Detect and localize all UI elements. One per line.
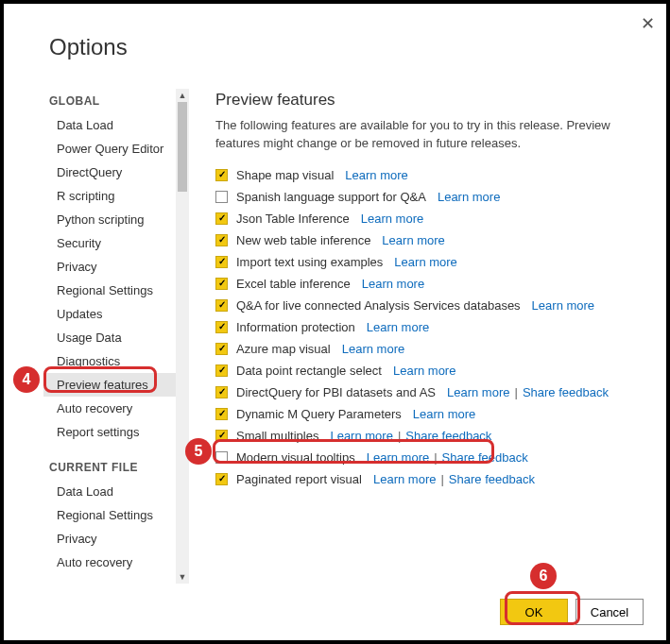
sidebar-item-python-scripting[interactable]: Python scripting [43, 208, 176, 231]
feature-label: Shape map visual [236, 168, 334, 182]
feature-row: ✓Azure map visualLearn more [215, 338, 644, 360]
feature-row: Modern visual tooltipsLearn more|Share f… [215, 447, 644, 468]
panel-description: The following features are available for… [215, 117, 612, 153]
sidebar-item-preview-features[interactable]: Preview features [43, 373, 176, 397]
sidebar-section-global: GLOBAL [49, 94, 176, 108]
feature-checkbox[interactable]: ✓ [215, 299, 228, 312]
sidebar-item-regional-settings[interactable]: Regional Settings [43, 279, 176, 302]
share-feedback-link[interactable]: Share feedback [405, 429, 491, 443]
sidebar-item-security[interactable]: Security [43, 231, 176, 255]
feature-row: ✓Small multiplesLearn more|Share feedbac… [215, 425, 644, 447]
learn-more-link[interactable]: Learn more [393, 364, 455, 378]
feature-checkbox[interactable]: ✓ [215, 430, 228, 442]
feature-label: Dynamic M Query Parameters [236, 407, 402, 421]
sidebar-item-cf-auto-recovery[interactable]: Auto recovery [43, 551, 176, 574]
feature-label: New web table inference [236, 233, 370, 247]
learn-more-link[interactable]: Learn more [447, 385, 509, 399]
feature-row: ✓Information protectionLearn more [215, 316, 644, 338]
learn-more-link[interactable]: Learn more [367, 320, 429, 334]
feature-row: ✓New web table inferenceLearn more [215, 229, 644, 251]
feature-label: Small multiples [236, 429, 318, 443]
feature-row: ✓Paginated report visualLearn more|Share… [215, 468, 644, 490]
sidebar-item-diagnostics[interactable]: Diagnostics [43, 349, 176, 373]
learn-more-link[interactable]: Learn more [382, 233, 444, 247]
feature-checkbox[interactable] [215, 451, 228, 464]
panel-title: Preview features [215, 91, 644, 110]
dialog-title: Options [49, 34, 128, 60]
feature-row: ✓Data point rectangle selectLearn more [215, 360, 644, 381]
feature-checkbox[interactable] [215, 191, 228, 203]
sidebar-item-directquery[interactable]: DirectQuery [43, 161, 176, 184]
link-separator: | [434, 450, 437, 465]
learn-more-link[interactable]: Learn more [367, 450, 429, 465]
learn-more-link[interactable]: Learn more [362, 277, 424, 291]
scroll-up-icon[interactable]: ▲ [176, 89, 189, 102]
feature-checkbox[interactable]: ✓ [215, 278, 228, 290]
share-feedback-link[interactable]: Share feedback [523, 385, 609, 399]
sidebar-scrollbar[interactable]: ▲ ▼ [176, 89, 189, 584]
learn-more-link[interactable]: Learn more [413, 407, 475, 421]
sidebar-section-current-file: CURRENT FILE [49, 461, 176, 474]
learn-more-link[interactable]: Learn more [373, 472, 436, 486]
feature-row: Spanish language support for Q&ALearn mo… [215, 186, 644, 208]
feature-checkbox[interactable]: ✓ [215, 343, 228, 355]
close-icon[interactable]: ✕ [641, 13, 655, 34]
sidebar: GLOBAL Data Load Power Query Editor Dire… [43, 89, 176, 584]
feature-checkbox[interactable]: ✓ [215, 321, 228, 333]
options-dialog: ✕ Options GLOBAL Data Load Power Query E… [4, 4, 666, 640]
learn-more-link[interactable]: Learn more [342, 342, 404, 356]
feature-label: Modern visual tooltips [236, 450, 355, 465]
learn-more-link[interactable]: Learn more [345, 168, 407, 182]
feature-list: ✓Shape map visualLearn moreSpanish langu… [215, 164, 644, 490]
feature-label: Spanish language support for Q&A [236, 190, 426, 204]
sidebar-item-updates[interactable]: Updates [43, 302, 176, 326]
share-feedback-link[interactable]: Share feedback [449, 472, 535, 486]
feature-label: Excel table inference [236, 277, 351, 291]
share-feedback-link[interactable]: Share feedback [442, 450, 528, 465]
sidebar-item-r-scripting[interactable]: R scripting [43, 184, 176, 208]
sidebar-item-cf-data-load[interactable]: Data Load [43, 480, 176, 503]
ok-button[interactable]: OK [500, 599, 568, 625]
feature-label: Import text using examples [236, 255, 383, 269]
main-panel: Preview features The following features … [189, 89, 644, 584]
feature-checkbox[interactable]: ✓ [215, 408, 228, 420]
feature-row: ✓Json Table InferenceLearn more [215, 208, 644, 229]
sidebar-item-report-settings[interactable]: Report settings [43, 420, 176, 444]
sidebar-item-privacy[interactable]: Privacy [43, 255, 176, 279]
feature-row: ✓Excel table inferenceLearn more [215, 273, 644, 295]
learn-more-link[interactable]: Learn more [438, 190, 500, 204]
sidebar-item-auto-recovery[interactable]: Auto recovery [43, 397, 176, 420]
sidebar-item-usage-data[interactable]: Usage Data [43, 326, 176, 349]
link-separator: | [440, 472, 443, 486]
feature-label: Json Table Inference [236, 212, 350, 226]
feature-label: DirectQuery for PBI datasets and AS [236, 385, 436, 399]
learn-more-link[interactable]: Learn more [394, 255, 456, 269]
feature-checkbox[interactable]: ✓ [215, 473, 228, 485]
scrollbar-thumb[interactable] [178, 102, 187, 192]
feature-row: ✓DirectQuery for PBI datasets and ASLear… [215, 381, 644, 403]
link-separator: | [514, 385, 517, 399]
sidebar-item-power-query-editor[interactable]: Power Query Editor [43, 137, 176, 161]
feature-row: ✓Dynamic M Query ParametersLearn more [215, 403, 644, 425]
feature-label: Q&A for live connected Analysis Services… [236, 298, 521, 313]
sidebar-item-cf-privacy[interactable]: Privacy [43, 527, 176, 551]
learn-more-link[interactable]: Learn more [361, 212, 423, 226]
feature-label: Azure map visual [236, 342, 331, 356]
feature-checkbox[interactable]: ✓ [215, 256, 228, 268]
feature-checkbox[interactable]: ✓ [215, 364, 228, 377]
feature-label: Paginated report visual [236, 472, 362, 486]
feature-checkbox[interactable]: ✓ [215, 386, 228, 398]
feature-row: ✓Import text using examplesLearn more [215, 251, 644, 273]
sidebar-item-data-load[interactable]: Data Load [43, 113, 176, 137]
feature-checkbox[interactable]: ✓ [215, 212, 228, 225]
feature-label: Information protection [236, 320, 355, 334]
feature-checkbox[interactable]: ✓ [215, 234, 228, 246]
scroll-down-icon[interactable]: ▼ [176, 570, 189, 584]
feature-label: Data point rectangle select [236, 364, 382, 378]
cancel-button[interactable]: Cancel [576, 599, 644, 625]
learn-more-link[interactable]: Learn more [532, 298, 594, 313]
feature-checkbox[interactable]: ✓ [215, 169, 228, 181]
learn-more-link[interactable]: Learn more [330, 429, 392, 443]
link-separator: | [398, 429, 401, 443]
sidebar-item-cf-regional-settings[interactable]: Regional Settings [43, 503, 176, 527]
